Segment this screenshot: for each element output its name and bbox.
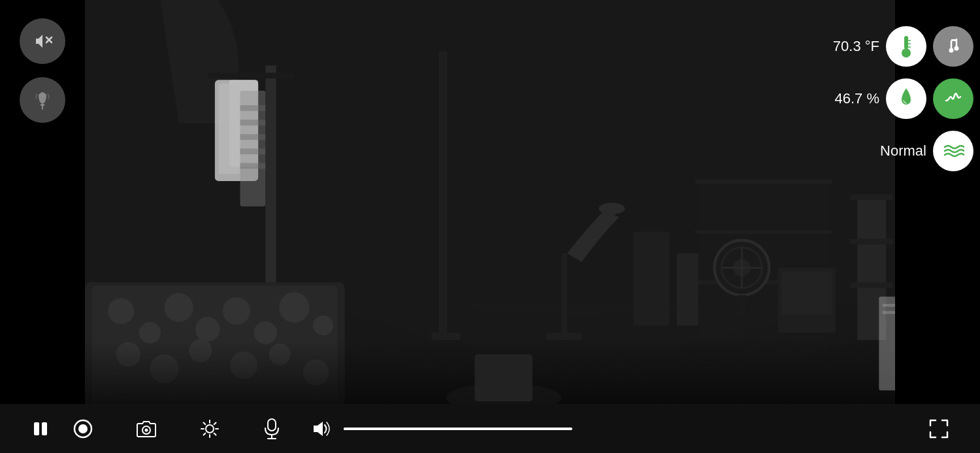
humidity-row: 46.7 % [835, 78, 974, 119]
svg-rect-17 [240, 163, 266, 169]
pause-icon [31, 420, 50, 438]
svg-rect-13 [240, 105, 266, 111]
svg-point-75 [78, 424, 88, 433]
fullscreen-button[interactable] [924, 414, 954, 444]
air-quality-value: Normal [880, 143, 926, 159]
record-button[interactable] [68, 414, 98, 444]
record-icon [73, 419, 93, 439]
svg-point-65 [902, 48, 911, 58]
svg-rect-36 [561, 253, 567, 340]
snapshot-button[interactable] [131, 414, 162, 443]
svg-rect-48 [738, 295, 746, 317]
svg-rect-56 [634, 231, 670, 326]
svg-rect-60 [475, 354, 532, 401]
graph-icon [943, 89, 963, 109]
humidity-button[interactable] [886, 78, 926, 119]
svg-point-23 [195, 317, 220, 342]
svg-rect-8 [265, 65, 276, 318]
camera-icon [136, 420, 157, 438]
svg-point-38 [599, 203, 625, 214]
svg-point-27 [313, 315, 333, 335]
graph-button[interactable] [933, 78, 973, 119]
volume-slider-track[interactable] [344, 428, 572, 430]
air-quality-button[interactable] [933, 131, 973, 171]
svg-rect-57 [677, 253, 698, 325]
svg-rect-53 [850, 239, 893, 244]
microphone-icon [263, 418, 281, 440]
volume-icon [311, 420, 331, 438]
humidity-value: 46.7 % [835, 90, 880, 107]
sensor-panel: 70.3 °F 46.7 % [833, 26, 973, 171]
mute-icon [32, 31, 53, 52]
svg-rect-50 [781, 271, 832, 314]
svg-point-20 [108, 298, 134, 324]
svg-line-86 [214, 422, 216, 424]
temperature-row: 70.3 °F [833, 26, 973, 67]
music-button[interactable] [933, 26, 973, 67]
svg-rect-72 [34, 422, 39, 435]
air-quality-row: Normal [880, 131, 973, 171]
svg-rect-66 [905, 39, 907, 49]
pause-button[interactable] [26, 414, 55, 443]
svg-rect-41 [695, 230, 832, 234]
fullscreen-icon [929, 419, 949, 439]
humidity-icon [896, 87, 916, 110]
lamp-button[interactable] [20, 77, 65, 123]
svg-rect-14 [240, 120, 266, 126]
svg-point-77 [145, 428, 148, 431]
svg-line-85 [204, 433, 206, 435]
svg-rect-40 [695, 180, 832, 184]
left-sidebar [0, 0, 85, 453]
svg-point-78 [206, 425, 214, 433]
svg-rect-73 [42, 422, 47, 435]
air-quality-icon [942, 142, 964, 160]
brightness-icon [200, 419, 220, 439]
svg-rect-9 [208, 73, 295, 78]
mute-button[interactable] [20, 18, 65, 64]
svg-point-70 [949, 48, 954, 53]
svg-point-26 [279, 292, 309, 322]
svg-rect-34 [438, 51, 447, 340]
svg-rect-16 [240, 148, 266, 154]
volume-slider-fill [344, 428, 504, 430]
thermometer-icon [896, 35, 916, 58]
svg-line-83 [204, 422, 206, 424]
toolbar-icons-group [68, 412, 286, 445]
bottom-toolbar [0, 404, 980, 453]
brightness-button[interactable] [195, 414, 225, 444]
svg-rect-54 [850, 282, 893, 288]
svg-point-71 [955, 46, 959, 51]
microphone-button[interactable] [257, 412, 286, 445]
volume-button[interactable] [306, 414, 336, 443]
svg-rect-37 [547, 333, 581, 340]
svg-line-84 [214, 433, 216, 435]
lamp-icon [32, 90, 53, 110]
svg-rect-15 [240, 134, 266, 140]
svg-point-24 [223, 297, 250, 325]
svg-rect-87 [268, 419, 276, 431]
volume-section [286, 414, 911, 443]
svg-rect-52 [850, 194, 893, 200]
temperature-button[interactable] [886, 26, 926, 67]
music-icon [943, 37, 963, 56]
svg-point-22 [165, 293, 193, 322]
svg-rect-35 [431, 333, 460, 340]
temperature-value: 70.3 °F [833, 38, 879, 55]
